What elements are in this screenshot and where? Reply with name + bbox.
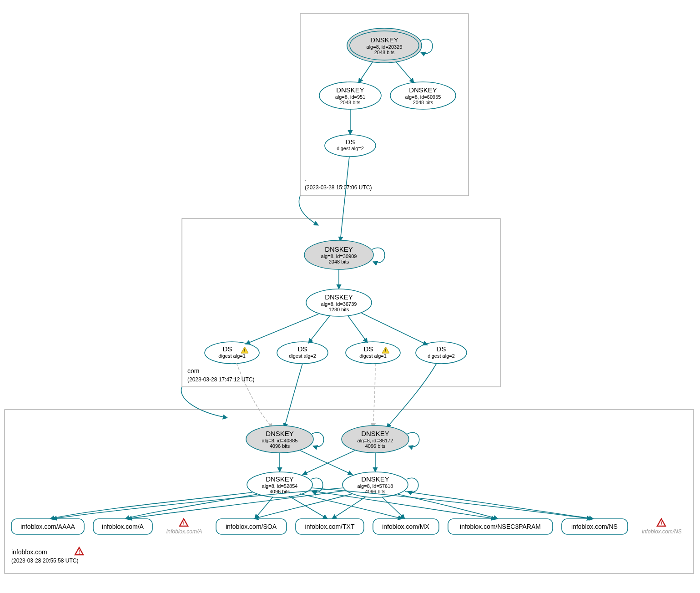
zone-com-name: com — [187, 367, 199, 375]
svg-text:alg=8, id=30909: alg=8, id=30909 — [321, 253, 357, 259]
rrset-txt: infoblox.com/TXT — [296, 519, 364, 534]
svg-text:DS: DS — [346, 138, 355, 146]
svg-text:infoblox.com/SOA: infoblox.com/SOA — [226, 523, 277, 530]
node-com-ksk: DNSKEY alg=8, id=30909 2048 bits — [304, 240, 373, 269]
edge-com-zsk-ds1 — [246, 314, 318, 344]
svg-text:infoblox.com/A: infoblox.com/A — [166, 528, 202, 535]
svg-text:2048 bits: 2048 bits — [413, 100, 433, 105]
svg-text:DNSKEY: DNSKEY — [325, 293, 353, 301]
svg-text:digest alg=2: digest alg=2 — [337, 146, 364, 151]
dnssec-auth-graph: . (2023-03-28 15:07:06 UTC) DNSKEY alg=8… — [0, 0, 700, 593]
node-com-zsk: DNSKEY alg=8, id=36739 1280 bits — [306, 289, 372, 316]
edge-root-ds-to-com-ksk — [340, 157, 349, 241]
svg-text:alg=8, id=20326: alg=8, id=20326 — [367, 44, 403, 50]
svg-text:2048 bits: 2048 bits — [374, 50, 395, 55]
svg-text:infoblox.com/NS: infoblox.com/NS — [571, 523, 618, 530]
rrset-ns: infoblox.com/NS — [562, 519, 628, 534]
zone-root-name: . — [305, 175, 307, 182]
svg-text:2048 bits: 2048 bits — [329, 259, 349, 264]
svg-text:4096 bits: 4096 bits — [270, 443, 290, 449]
node-root-zsk2: DNSKEY alg=8, id=60955 2048 bits — [390, 82, 456, 109]
svg-text:alg=8, id=951: alg=8, id=951 — [335, 94, 366, 100]
svg-text:DNSKEY: DNSKEY — [336, 86, 364, 94]
ghost-ns: ! infoblox.com/NS — [642, 519, 681, 535]
edge-root-ksk-zsk1 — [358, 61, 373, 83]
edge-tksk1-self — [312, 432, 324, 446]
node-com-ds3: DS digest alg=1 ! — [346, 342, 400, 364]
svg-text:infoblox.com/A: infoblox.com/A — [102, 523, 144, 530]
svg-text:alg=8, id=40885: alg=8, id=40885 — [262, 438, 298, 443]
svg-text:digest alg=2: digest alg=2 — [428, 353, 455, 359]
svg-text:!: ! — [78, 549, 80, 555]
node-com-ds2: DS digest alg=2 — [277, 342, 328, 364]
svg-text:DS: DS — [298, 345, 307, 353]
zone-target-name: infoblox.com — [11, 548, 47, 556]
edge-com-zsk-ds4 — [362, 313, 428, 345]
rrset-nsec3: infoblox.com/NSEC3PARAM — [448, 519, 553, 534]
svg-text:DNSKEY: DNSKEY — [370, 36, 398, 44]
edge-zone-com-to-target — [181, 387, 227, 418]
svg-text:4096 bits: 4096 bits — [365, 443, 386, 449]
svg-text:2048 bits: 2048 bits — [340, 100, 361, 105]
svg-text:DS: DS — [437, 345, 446, 353]
node-root-zsk1: DNSKEY alg=8, id=951 2048 bits — [319, 82, 381, 109]
svg-text:DNSKEY: DNSKEY — [266, 475, 294, 483]
rrset-mx: infoblox.com/MX — [373, 519, 439, 534]
edge-com-ds4-tksk2 — [387, 363, 437, 428]
edge-com-ds3-tksk2 — [373, 364, 375, 428]
svg-text:DNSKEY: DNSKEY — [266, 430, 294, 437]
svg-text:alg=8, id=36172: alg=8, id=36172 — [358, 438, 393, 443]
svg-text:DNSKEY: DNSKEY — [361, 475, 389, 483]
edge-com-zsk-ds2 — [308, 316, 330, 343]
rrset-soa: infoblox.com/SOA — [216, 519, 287, 534]
svg-text:digest alg=1: digest alg=1 — [359, 353, 387, 359]
rrset-a: infoblox.com/A — [93, 519, 152, 534]
node-target-ksk1: DNSKEY alg=8, id=40885 4096 bits — [246, 426, 313, 453]
svg-text:digest alg=1: digest alg=1 — [218, 353, 246, 359]
node-root-ds: DS digest alg=2 — [325, 135, 376, 157]
ghost-a: ! infoblox.com/A — [166, 519, 202, 535]
rrset-aaaa: infoblox.com/AAAA — [11, 519, 84, 534]
edge-tksk2-self — [408, 432, 419, 446]
svg-text:DS: DS — [364, 345, 373, 353]
zone-com: com (2023-03-28 17:47:12 UTC) DNSKEY alg… — [182, 157, 500, 387]
node-target-ksk2: DNSKEY alg=8, id=36172 4096 bits — [342, 426, 409, 453]
svg-text:DNSKEY: DNSKEY — [361, 430, 389, 437]
zone-target: infoblox.com (2023-03-28 20:55:58 UTC) !… — [5, 363, 694, 573]
node-com-ds4: DS digest alg=2 — [416, 342, 467, 364]
zone-root-timestamp: (2023-03-28 15:07:06 UTC) — [305, 184, 372, 191]
svg-text:infoblox.com/NSEC3PARAM: infoblox.com/NSEC3PARAM — [460, 523, 541, 530]
svg-text:DNSKEY: DNSKEY — [325, 245, 353, 253]
edge-com-ksk-self — [372, 248, 385, 263]
edge-com-ds2-tksk1 — [284, 364, 302, 428]
svg-text:!: ! — [385, 348, 387, 353]
edge-com-ds1-tksk1 — [237, 363, 273, 428]
node-com-ds1: DS digest alg=1 ! — [205, 342, 259, 364]
svg-text:!: ! — [183, 521, 185, 526]
edge-com-zsk-ds3 — [348, 316, 368, 343]
svg-text:alg=8, id=52854: alg=8, id=52854 — [262, 483, 298, 489]
svg-text:infoblox.com/MX: infoblox.com/MX — [382, 523, 429, 530]
edge-tksk2-tzsk1 — [302, 451, 355, 475]
svg-text:digest alg=2: digest alg=2 — [289, 353, 316, 359]
svg-text:infoblox.com/NS: infoblox.com/NS — [642, 528, 681, 535]
error-icon: ! — [75, 547, 83, 555]
svg-text:alg=8, id=36739: alg=8, id=36739 — [321, 301, 357, 307]
svg-text:DS: DS — [223, 345, 232, 353]
edge-zone-root-to-com — [299, 196, 318, 225]
svg-text:!: ! — [244, 348, 246, 353]
svg-text:alg=8, id=57618: alg=8, id=57618 — [358, 483, 393, 489]
svg-text:!: ! — [660, 521, 662, 526]
svg-text:alg=8, id=60955: alg=8, id=60955 — [405, 94, 441, 100]
zone-target-timestamp: (2023-03-28 20:55:58 UTC) — [11, 558, 78, 564]
edge-root-ksk-zsk2 — [396, 61, 414, 83]
edge-tksk1-tzsk2 — [300, 451, 353, 475]
node-root-ksk: DNSKEY alg=8, id=20326 2048 bits — [347, 28, 422, 63]
svg-text:1280 bits: 1280 bits — [329, 307, 349, 312]
edge-tzsk2-self — [407, 478, 418, 492]
svg-text:infoblox.com/AAAA: infoblox.com/AAAA — [20, 523, 75, 530]
zone-root: . (2023-03-28 15:07:06 UTC) DNSKEY alg=8… — [300, 14, 468, 196]
svg-text:infoblox.com/TXT: infoblox.com/TXT — [305, 523, 355, 530]
svg-text:DNSKEY: DNSKEY — [409, 86, 437, 94]
